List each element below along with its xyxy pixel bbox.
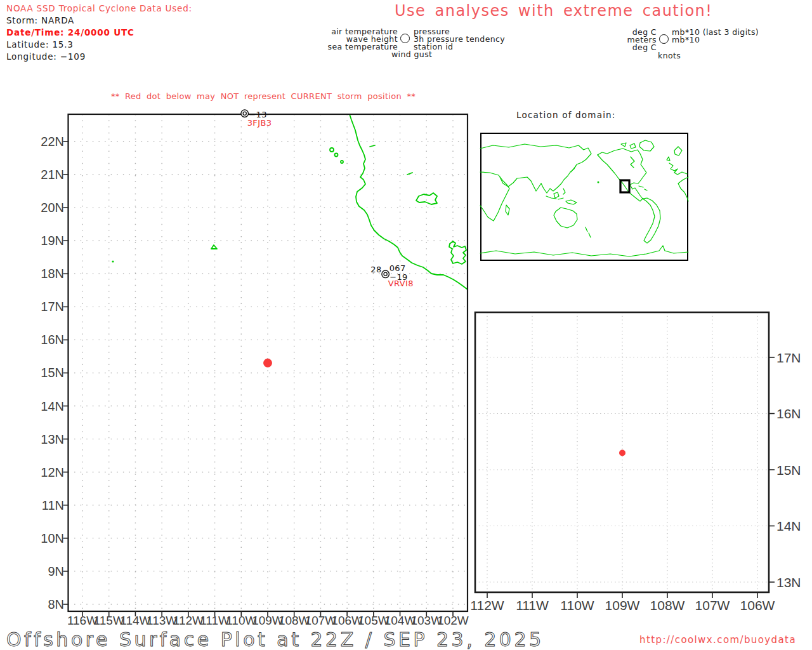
new-zealand	[586, 227, 591, 237]
islas-marias	[416, 193, 437, 204]
x-tick-label: 112W	[470, 598, 504, 613]
y-tick-label: 15N	[41, 366, 64, 380]
caution-banner: Use analyses with extreme caution!	[395, 2, 712, 20]
world-location-inset	[480, 133, 688, 261]
storm-position-warning: ** Red dot below may NOT represent CURRE…	[111, 91, 416, 101]
station-3fjb3: −133FJB3	[241, 110, 272, 128]
y-tick-label: 21N	[41, 168, 64, 182]
mexico-coastline	[350, 114, 468, 289]
station-id-label: 3FJB3	[247, 118, 272, 128]
y-tick-label: 11N	[42, 498, 64, 512]
coastal-islands	[449, 241, 466, 264]
y-tick-label: 10N	[41, 531, 64, 545]
y-tick-label: 15N	[776, 463, 801, 477]
y-tick-label: 13N	[776, 575, 801, 590]
station-pressure: 067	[390, 263, 406, 273]
main-map-panel: 116W115W114W113W112W111W110W109W108W107W…	[38, 107, 473, 632]
north-america-east-coast	[598, 149, 646, 199]
axes: 116W115W114W113W112W111W110W109W108W107W…	[41, 114, 469, 627]
plotted-data	[619, 449, 625, 456]
header-noaa-line: NOAA SSD Tropical Cyclone Data Used:	[6, 3, 192, 15]
storm-position-dot	[263, 359, 272, 368]
y-tick-label: 20N	[41, 201, 64, 215]
x-tick-label: 102W	[437, 614, 469, 627]
header-latitude: Latitude: 15.3	[6, 39, 192, 51]
indonesia	[546, 192, 563, 199]
y-tick-label: 12N	[41, 465, 64, 479]
world-coastlines	[480, 140, 688, 256]
y-tick-label: 14N	[776, 519, 801, 533]
north-america-west-coast	[598, 155, 643, 201]
coastline-group	[112, 114, 468, 289]
x-tick-label: 107W	[695, 598, 730, 613]
buoy-plot-page: NOAA SSD Tropical Cyclone Data Used: Sto…	[0, 0, 812, 650]
station-air-temp: 28	[370, 265, 381, 274]
units-sea: deg C	[606, 43, 657, 52]
y-tick-label: 22N	[41, 135, 64, 149]
y-tick-label: 16N	[776, 406, 801, 421]
africa-west-coast	[678, 177, 688, 201]
header-storm-name: Storm: NARDA	[6, 15, 192, 27]
station-circle-icon	[382, 270, 390, 278]
island-icon	[330, 148, 334, 152]
x-tick-label: 106W	[740, 598, 775, 613]
plotted-data: −133FJB328067−19VRVI8	[241, 110, 414, 368]
island-icon	[335, 154, 338, 157]
caribbean-islands	[639, 186, 647, 190]
station-vrvi8: 28067−19VRVI8	[370, 263, 414, 288]
y-tick-label: 18N	[41, 267, 64, 281]
new-guinea	[566, 200, 577, 204]
zoom-map-panel: 112W111W110W109W108W107W106W17N16N15N14N…	[475, 305, 812, 622]
footer-title-text: Offshore Surface Plot at 22Z / SEP 23, 2…	[6, 628, 544, 650]
europe	[667, 147, 687, 175]
header-datetime: Date/Time: 24/0000 UTC	[6, 27, 192, 39]
station-circle-icon	[241, 110, 249, 117]
hawaii-dot	[598, 182, 599, 183]
y-tick-label: 19N	[41, 234, 64, 248]
units-gust: knots	[658, 51, 681, 60]
madagascar	[506, 205, 509, 215]
footer-title-block: Offshore Surface Plot at 22Z / SEP 23, 2…	[5, 628, 601, 650]
y-tick-label: 16N	[41, 333, 64, 347]
greenland	[639, 140, 654, 151]
footer-url-link[interactable]: http://coolwx.com/buoydata	[639, 634, 796, 646]
header-info: NOAA SSD Tropical Cyclone Data Used: Sto…	[6, 3, 192, 63]
station-circle-icon	[400, 34, 410, 43]
x-tick-label: 109W	[605, 598, 640, 613]
x-tick-label: 111W	[200, 614, 230, 627]
y-tick-label: 8N	[48, 597, 64, 611]
island-dash	[370, 145, 375, 147]
station-id-label: VRVI8	[388, 279, 414, 288]
station-circle-icon	[659, 34, 669, 44]
australia	[554, 208, 577, 228]
island-icon	[341, 161, 343, 163]
y-tick-label: 17N	[776, 350, 801, 365]
island-dot	[112, 260, 114, 262]
inset-border	[481, 133, 688, 260]
storm-position-dot	[619, 449, 625, 456]
japan	[571, 166, 576, 172]
x-tick-label: 111W	[516, 598, 549, 613]
philippines	[563, 189, 565, 194]
header-longitude: Longitude: −109	[6, 51, 192, 63]
y-tick-label: 17N	[41, 300, 64, 314]
y-tick-label: 14N	[41, 399, 64, 413]
inset-title: Location of domain:	[516, 110, 616, 120]
legend-wind-gust: wind gust	[391, 50, 432, 59]
x-tick-label: 108W	[650, 598, 685, 613]
x-tick-label: 112W	[173, 614, 204, 627]
x-tick-label: 110W	[560, 598, 594, 613]
antarctica	[480, 246, 688, 256]
asia-coast	[480, 144, 591, 193]
units-tendency: mb*10	[672, 35, 700, 44]
south-america	[643, 198, 660, 243]
arctic-islands	[621, 143, 636, 149]
legend-sea-temperature: sea temperature	[320, 42, 398, 51]
y-tick-label: 9N	[48, 564, 64, 578]
hudson-bay	[631, 157, 634, 168]
africa-east-coast	[480, 172, 509, 221]
socorro-island	[211, 245, 217, 249]
y-tick-label: 13N	[41, 432, 64, 446]
